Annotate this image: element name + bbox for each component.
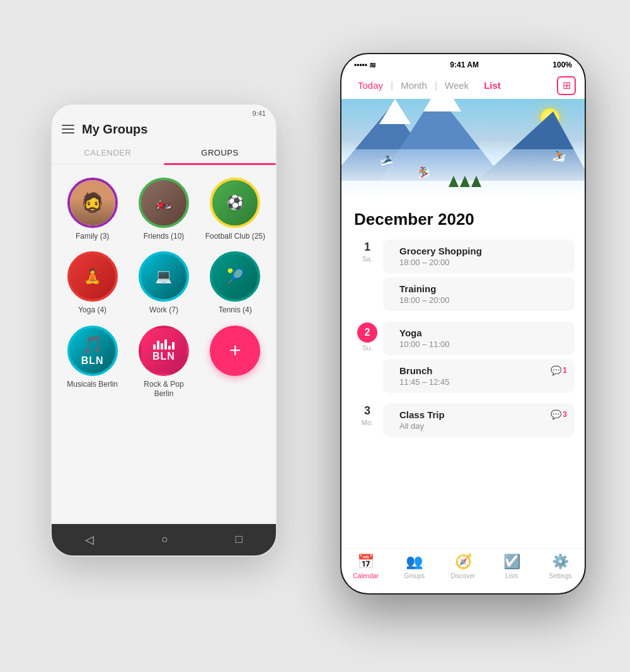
classtrip-title: Class Trip (399, 409, 544, 420)
lists-tab-label: Lists (505, 572, 518, 579)
group-avatar-tennis: 🎾 (210, 251, 260, 302)
calendar-tab-icon: 📅 (357, 554, 374, 570)
brunch-comment-count: 1 (563, 366, 567, 375)
settings-tab-label: Settings (549, 572, 571, 579)
android-app-title: My Groups (82, 122, 147, 137)
day-1-num: 1 (364, 241, 370, 254)
group-item-friends[interactable]: 🏍️ Friends (10) (133, 178, 194, 242)
group-avatar-work: 💻 (139, 251, 189, 302)
group-item-work[interactable]: 💻 Work (7) (133, 251, 194, 316)
tree-group (449, 176, 481, 187)
group-item-rockpop[interactable]: BLN Rock & Pop Berlin (133, 326, 194, 399)
day-1-events: Grocery Shopping 18:00 – 20:00 Training … (383, 239, 575, 311)
group-item-yoga[interactable]: 🧘 Yoga (4) (62, 251, 123, 316)
group-avatar-football: ⚽ (210, 178, 260, 228)
android-phone: 9:41 My Groups CALENDER GROUPS 🧔 Family … (50, 103, 277, 557)
day-group-3: 3 Mo. Class Trip All day 💬 3 (341, 398, 585, 442)
tabbar-settings[interactable]: ⚙️ Settings (536, 554, 585, 579)
event-classtrip[interactable]: Class Trip All day 💬 3 (383, 403, 575, 437)
back-icon[interactable]: ◁ (85, 533, 94, 547)
group-item-family[interactable]: 🧔 Family (3) (62, 178, 123, 242)
add-event-icon: ⊞ (563, 79, 571, 91)
grocery-time: 18:00 – 20:00 (399, 258, 567, 267)
snow-cap2 (423, 99, 461, 111)
tab-week[interactable]: Week (437, 76, 476, 94)
events-list: 1 Sa. Grocery Shopping 18:00 – 20:00 (341, 234, 585, 480)
iphone: ••••• ≋ 9:41 AM 100% Today | Month | Wee… (340, 53, 586, 595)
group-label-musicals: Musicals Berlin (67, 380, 118, 390)
event-yoga[interactable]: Yoga 10:00 – 11:00 (383, 321, 575, 355)
calendar-month-title: December 2020 (341, 200, 585, 234)
group-label-work: Work (7) (149, 305, 178, 316)
brunch-comment: 💬 1 (551, 365, 567, 375)
grocery-info: Grocery Shopping 18:00 – 20:00 (399, 246, 567, 267)
hamburger-menu[interactable] (62, 125, 74, 134)
skier3: ⛷️ (553, 149, 567, 162)
snow-cap1 (379, 99, 411, 124)
group-label-yoga: Yoga (4) (78, 305, 106, 316)
event-grocery[interactable]: Grocery Shopping 18:00 – 20:00 (383, 239, 575, 273)
training-time: 18:00 – 20:00 (399, 295, 567, 305)
day-3-col: 3 Mo. (352, 403, 383, 426)
tabbar-lists[interactable]: ☑️ Lists (488, 554, 536, 579)
group-item-musicals[interactable]: 🎵 BLN Musicals Berlin (62, 326, 123, 399)
tab-today[interactable]: Today (350, 76, 391, 94)
android-status-bar: 9:41 (52, 105, 276, 120)
day-3-events: Class Trip All day 💬 3 (383, 403, 575, 437)
day-1-col: 1 Sa. (352, 239, 383, 263)
groups-grid: 🧔 Family (3) 🏍️ Friends (10) ⚽ Football … (52, 165, 276, 412)
yoga-time: 10:00 – 11:00 (399, 339, 567, 349)
brunch-comment-icon: 💬 (551, 365, 561, 375)
classtrip-time: All day (399, 421, 544, 431)
tabbar-calendar[interactable]: 📅 Calendar (341, 554, 390, 579)
tabbar-groups[interactable]: 👥 Groups (390, 554, 438, 579)
classtrip-comment-icon: 💬 (551, 409, 561, 419)
add-event-button[interactable]: ⊞ (557, 76, 576, 95)
skier2: 🏂 (416, 164, 431, 178)
android-time: 9:41 (253, 110, 266, 117)
day-group-1: 1 Sa. Grocery Shopping 18:00 – 20:00 (341, 234, 585, 316)
brunch-info: Brunch 11:45 – 12:45 (399, 365, 544, 387)
recents-icon[interactable]: □ (236, 533, 243, 546)
musicals-bln-text: BLN (81, 355, 104, 367)
add-group-button[interactable]: + (210, 326, 260, 376)
group-item-football[interactable]: ⚽ Football Club (25) (205, 178, 266, 242)
scene: 9:41 My Groups CALENDER GROUPS 🧔 Family … (32, 53, 598, 620)
android-header: My Groups (52, 120, 276, 142)
lyre-icon: 🎵 (81, 334, 103, 355)
group-avatar-musicals: 🎵 BLN (67, 326, 118, 376)
group-label-friends: Friends (10) (144, 232, 185, 242)
day-3-name: Mo. (362, 419, 373, 426)
grocery-title: Grocery Shopping (399, 246, 567, 256)
tree3 (471, 176, 481, 187)
tab-calender[interactable]: CALENDER (52, 142, 164, 164)
signal-dots: ••••• ≋ (354, 60, 376, 70)
add-group-item: + (205, 326, 266, 399)
group-label-family: Family (3) (76, 232, 109, 242)
training-info: Training 18:00 – 20:00 (399, 283, 567, 305)
group-label-rockpop: Rock & Pop Berlin (133, 380, 194, 399)
event-brunch[interactable]: Brunch 11:45 – 12:45 💬 1 (383, 359, 575, 393)
group-item-tennis[interactable]: 🎾 Tennis (4) (205, 251, 266, 316)
brunch-time: 11:45 – 12:45 (399, 377, 544, 387)
tab-groups[interactable]: GROUPS (164, 142, 276, 164)
family-face: 🧔 (70, 180, 115, 225)
classtrip-comment: 💬 3 (551, 409, 567, 419)
day-1-name: Sa. (362, 255, 373, 263)
tabbar-discover[interactable]: 🧭 Discover (438, 554, 487, 579)
dot1: ••••• (354, 60, 367, 69)
tab-month[interactable]: Month (393, 76, 435, 94)
event-training[interactable]: Training 18:00 – 20:00 (383, 277, 575, 311)
iphone-inner: ••••• ≋ 9:41 AM 100% Today | Month | Wee… (341, 54, 585, 593)
day-2-name: Su. (362, 344, 373, 351)
wifi-icon: ≋ (369, 60, 376, 70)
tree2 (460, 176, 470, 187)
ski-banner: 🎿 🏂 ⛷️ (341, 99, 585, 200)
tab-list[interactable]: List (476, 76, 508, 94)
discover-tab-label: Discover (451, 572, 476, 579)
yoga-title: Yoga (399, 327, 567, 338)
home-icon[interactable]: ○ (161, 533, 168, 546)
group-label-tennis: Tennis (4) (219, 305, 252, 316)
group-avatar-family: 🧔 (67, 178, 118, 228)
day-2-events: Yoga 10:00 – 11:00 Brunch 11:45 – 12:45 (383, 321, 575, 393)
